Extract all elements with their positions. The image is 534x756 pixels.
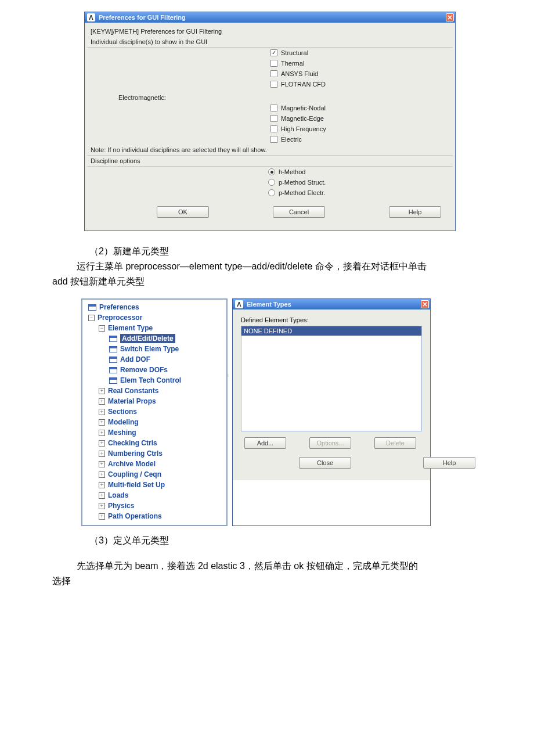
ansys-logo-icon: Λ	[87, 13, 95, 21]
plus-icon[interactable]: +	[99, 388, 105, 394]
p-electr-label: p-Method Electr.	[279, 189, 325, 196]
ok-button[interactable]: OK	[157, 206, 209, 218]
electric-checkbox-row[interactable]: Electric	[87, 134, 453, 145]
magnetic-edge-label: Magnetic-Edge	[281, 115, 324, 122]
tree-path-operations[interactable]: + Path Operations	[85, 511, 224, 521]
tree-physics[interactable]: + Physics	[85, 501, 224, 511]
defined-types-label: Defined Element Types:	[241, 316, 422, 323]
menu-tree-panel: Preferences − Preprocessor − Element Typ…	[81, 298, 228, 526]
pref-line-2: Individual discipline(s) to show in the …	[87, 37, 453, 48]
checkbox-icon[interactable]	[270, 136, 277, 143]
minus-icon[interactable]: −	[88, 315, 95, 321]
plus-icon[interactable]: +	[99, 419, 105, 426]
plus-icon[interactable]: +	[99, 430, 105, 436]
tree-add-edit-delete[interactable]: Add/Edit/Delete	[85, 333, 224, 344]
tree-coupling-ceqn[interactable]: + Coupling / Ceqn	[85, 469, 224, 480]
window-icon	[109, 357, 117, 363]
checkbox-icon[interactable]	[270, 105, 277, 111]
plus-icon[interactable]: +	[99, 440, 105, 447]
minus-icon[interactable]: −	[99, 325, 105, 332]
plus-icon[interactable]: +	[99, 461, 105, 467]
electromagnetic-label: Electromagnetic:	[87, 89, 453, 103]
checkbox-icon[interactable]	[270, 81, 277, 88]
tree-numbering-ctrls[interactable]: + Numbering Ctrls	[85, 448, 224, 459]
ansys-fluid-checkbox-row[interactable]: ANSYS Fluid	[87, 69, 453, 79]
defined-types-listbox[interactable]: NONE DEFINED	[241, 326, 422, 431]
high-frequency-label: High Frequency	[281, 125, 326, 132]
window-icon	[109, 377, 117, 384]
help-button[interactable]: Help	[389, 206, 441, 218]
thermal-checkbox-row[interactable]: Thermal	[87, 58, 453, 69]
tree-meshing[interactable]: + Meshing	[85, 427, 224, 438]
magnetic-nodal-checkbox-row[interactable]: Magnetic-Nodal	[87, 103, 453, 113]
flotran-checkbox-row[interactable]: FLOTRAN CFD	[87, 79, 453, 89]
p-method-electr-radio-row[interactable]: p-Method Electr.	[87, 188, 453, 198]
doc-para-5b: 选择	[52, 574, 470, 589]
close-icon[interactable]	[421, 300, 429, 308]
doc-para-3a: 运行主菜单 preprocessor—element type—add/edit…	[52, 259, 470, 274]
note-text: Note: If no individual disciplines are s…	[87, 145, 453, 156]
tree-checking-ctrls[interactable]: + Checking Ctrls	[85, 438, 224, 448]
dialog-title-text: Preferences for GUI Filtering	[99, 14, 186, 21]
window-icon	[109, 346, 117, 352]
structural-checkbox-row[interactable]: ✓ Structural	[87, 48, 453, 58]
checkbox-checked-icon[interactable]: ✓	[270, 49, 277, 56]
tree-switch-elem-type[interactable]: Switch Elem Type	[85, 344, 224, 354]
checkbox-icon[interactable]	[270, 60, 277, 67]
dialog-title-text: Element Types	[247, 301, 291, 308]
dialog-titlebar: Λ Element Types	[233, 299, 430, 309]
tree-real-constants[interactable]: + Real Constants	[85, 386, 224, 396]
radio-selected-icon[interactable]	[268, 168, 275, 175]
window-icon	[88, 304, 96, 311]
window-icon	[109, 336, 117, 342]
tree-remove-dofs[interactable]: Remove DOFs	[85, 365, 224, 375]
pref-line-1: [KEYWI/PMETH] Preferences for GUI Filter…	[87, 26, 453, 37]
close-button[interactable]: Close	[299, 457, 351, 469]
none-defined-item[interactable]: NONE DEFINED	[241, 326, 421, 336]
plus-icon[interactable]: +	[99, 451, 105, 457]
tree-preprocessor[interactable]: − Preprocessor	[85, 312, 224, 323]
doc-para-3b: add 按钮新建单元类型	[52, 274, 470, 289]
checkbox-icon[interactable]	[270, 70, 277, 77]
electric-label: Electric	[281, 136, 302, 143]
h-method-radio-row[interactable]: h-Method	[87, 167, 453, 177]
tree-elem-tech-control[interactable]: Elem Tech Control	[85, 375, 224, 386]
tree-loads[interactable]: + Loads	[85, 490, 224, 501]
checkbox-icon[interactable]	[270, 125, 277, 132]
h-method-label: h-Method	[279, 168, 305, 175]
magnetic-edge-checkbox-row[interactable]: Magnetic-Edge	[87, 113, 453, 124]
discipline-options: Discipline options	[87, 156, 453, 167]
window-icon	[109, 367, 117, 373]
checkbox-icon[interactable]	[270, 115, 277, 122]
high-frequency-checkbox-row[interactable]: High Frequency	[87, 124, 453, 134]
doc-para-5a: 先选择单元为 beam，接着选 2d elastic 3，然后单击 ok 按钮确…	[52, 559, 470, 574]
doc-para-4: （3）定义单元类型	[52, 533, 470, 548]
close-icon[interactable]	[446, 13, 454, 21]
plus-icon[interactable]: +	[99, 398, 105, 405]
tree-element-type[interactable]: − Element Type	[85, 323, 224, 333]
tree-archive-model[interactable]: + Archive Model	[85, 459, 224, 469]
tree-sections[interactable]: + Sections	[85, 406, 224, 417]
plus-icon[interactable]: +	[99, 513, 105, 520]
add-button[interactable]: Add...	[244, 437, 286, 449]
radio-icon[interactable]	[268, 179, 275, 186]
thermal-label: Thermal	[281, 60, 304, 67]
plus-icon[interactable]: +	[99, 492, 105, 499]
delete-button: Delete	[374, 437, 416, 449]
tree-add-dof[interactable]: Add DOF	[85, 354, 224, 365]
structural-label: Structural	[281, 49, 308, 56]
plus-icon[interactable]: +	[99, 471, 105, 478]
radio-icon[interactable]	[268, 189, 275, 196]
tree-preferences[interactable]: Preferences	[85, 302, 224, 312]
plus-icon[interactable]: +	[99, 503, 105, 509]
magnetic-nodal-label: Magnetic-Nodal	[281, 105, 326, 111]
tree-modeling[interactable]: + Modeling	[85, 417, 224, 427]
p-method-struct-radio-row[interactable]: p-Method Struct.	[87, 177, 453, 188]
plus-icon[interactable]: +	[99, 409, 105, 415]
element-types-dialog: Λ Element Types Defined Element Types: N…	[232, 298, 431, 526]
help-button[interactable]: Help	[423, 457, 475, 469]
tree-material-props[interactable]: + Material Props	[85, 396, 224, 406]
cancel-button[interactable]: Cancel	[273, 206, 325, 218]
plus-icon[interactable]: +	[99, 482, 105, 488]
tree-multifield-setup[interactable]: + Multi-field Set Up	[85, 480, 224, 490]
